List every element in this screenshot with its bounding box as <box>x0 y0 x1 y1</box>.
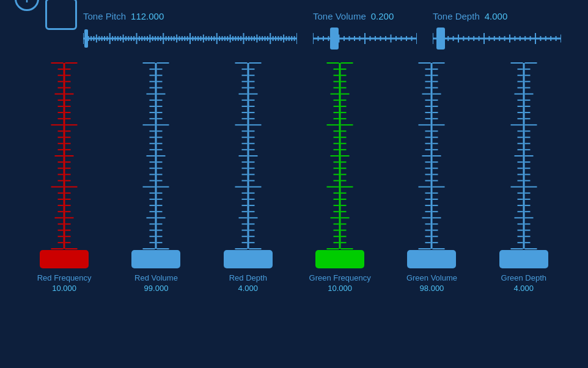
red-volume-value: 99.000 <box>144 284 169 293</box>
depth-canvas <box>433 24 561 53</box>
red-frequency-slider[interactable] <box>37 61 92 268</box>
green-frequency-value: 10.000 <box>328 284 352 293</box>
red-volume-label: Red Volume <box>134 273 178 282</box>
tone-volume-block: Tone Volume 0.200 <box>313 11 423 53</box>
volume-thumb[interactable] <box>330 28 339 50</box>
green-depth-value: 4.000 <box>514 284 534 293</box>
green-frequency-group: Green Frequency 10.000 <box>297 61 383 293</box>
tone-pitch-label: Tone Pitch <box>83 11 126 21</box>
info-icon[interactable]: i <box>15 0 39 11</box>
red-depth-value: 4.000 <box>238 284 259 293</box>
main-container: i On/Off Tone Pitch 112.000 <box>0 0 588 368</box>
tone-depth-slider[interactable] <box>433 24 561 53</box>
red-freq-base <box>40 250 89 268</box>
tone-depth-value: 4.000 <box>485 11 508 21</box>
tone-depth-block: Tone Depth 4.000 <box>433 11 573 53</box>
green-freq-base <box>315 250 364 268</box>
volume-canvas <box>313 24 417 53</box>
onoff-button[interactable] <box>45 0 77 30</box>
depth-thumb[interactable] <box>436 28 445 50</box>
red-volume-slider[interactable] <box>128 61 183 268</box>
green-volume-value: 98.000 <box>420 284 444 293</box>
green-depth-slider[interactable] <box>496 61 551 268</box>
tone-depth-label: Tone Depth <box>433 11 480 21</box>
green-volume-label: Green Volume <box>406 273 457 282</box>
red-frequency-value: 10.000 <box>52 284 76 293</box>
green-frequency-slider[interactable] <box>312 61 367 268</box>
red-depth-base <box>224 250 273 268</box>
green-depth-group: Green Depth 4.000 <box>481 61 567 293</box>
red-depth-group: Red Depth 4.000 <box>205 61 291 293</box>
red-depth-slider[interactable] <box>221 61 276 268</box>
onoff-group: On/Off <box>45 0 77 30</box>
red-vol-base <box>131 250 180 268</box>
red-frequency-label: Red Frequency <box>37 273 92 282</box>
pitch-canvas <box>83 24 297 53</box>
red-volume-group: Red Volume 99.000 <box>113 61 199 293</box>
green-depth-base <box>499 250 548 268</box>
tone-volume-value: 0.200 <box>371 11 394 21</box>
header-section: i On/Off Tone Pitch 112.000 <box>6 6 582 57</box>
green-depth-label: Green Depth <box>501 273 546 282</box>
green-frequency-label: Green Frequency <box>309 273 371 282</box>
tone-volume-slider[interactable] <box>313 24 417 53</box>
content-row: Red Frequency 10.000 Red Volume 99.000 R… <box>6 57 582 320</box>
green-volume-slider[interactable] <box>404 61 459 268</box>
tone-pitch-value: 112.000 <box>131 11 164 21</box>
tone-pitch-block: Tone Pitch 112.000 <box>83 11 303 53</box>
green-volume-group: Green Volume 98.000 <box>389 61 474 293</box>
tone-volume-label: Tone Volume <box>313 11 366 21</box>
red-depth-label: Red Depth <box>229 273 267 282</box>
pitch-thumb[interactable] <box>84 29 88 48</box>
tone-pitch-slider[interactable] <box>83 24 297 53</box>
red-frequency-group: Red Frequency 10.000 <box>21 61 107 293</box>
green-vol-base <box>407 250 456 268</box>
